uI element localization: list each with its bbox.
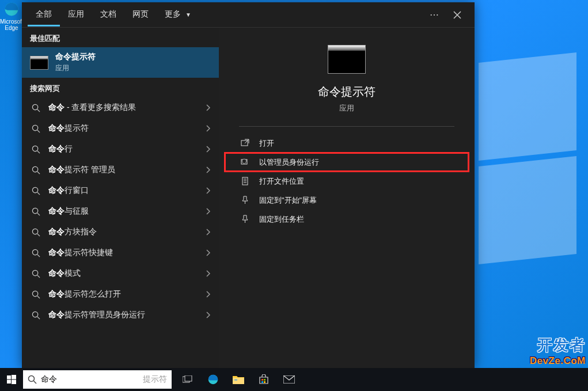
watermark-line1: 开发者 — [530, 335, 586, 355]
action-run-as-admin-label: 以管理员身份运行 — [259, 157, 319, 168]
search-completion-hint: 提示符 — [143, 374, 167, 385]
results-list: 命令 - 查看更多搜索结果命令提示符命令行命令提示符 管理员命令行窗口命令与征服… — [22, 97, 219, 325]
result-row[interactable]: 命令行 — [22, 139, 219, 160]
pin-start-icon — [238, 196, 251, 204]
more-options-icon[interactable]: ⋯ — [423, 3, 446, 26]
svg-rect-23 — [233, 378, 244, 384]
search-icon — [30, 207, 41, 216]
action-pin-start[interactable]: 固定到"开始"屏幕 — [225, 191, 469, 210]
tab-docs[interactable]: 文档 — [92, 3, 124, 26]
svg-rect-27 — [261, 381, 263, 383]
result-row[interactable]: 命令行窗口 — [22, 180, 219, 201]
explorer-taskbar-icon[interactable] — [226, 368, 251, 391]
svg-point-2 — [32, 125, 37, 130]
best-match-sub: 应用 — [55, 63, 96, 73]
result-row[interactable]: 命令提示符怎么打开 — [22, 284, 219, 305]
svg-rect-21 — [185, 375, 192, 381]
chevron-right-icon — [206, 146, 211, 153]
svg-rect-16 — [12, 375, 16, 379]
app-preview-icon — [328, 45, 366, 74]
shield-icon — [238, 158, 251, 166]
app-sub: 应用 — [339, 103, 354, 113]
result-row[interactable]: 命令提示符 — [22, 118, 219, 139]
results-column: 最佳匹配 命令提示符 应用 搜索网页 命令 - 查看更多搜索结果命令提示符命令行… — [22, 28, 219, 369]
chevron-right-icon — [206, 249, 211, 256]
watermark: 开发者 DevZe.CoM — [530, 335, 586, 367]
chevron-right-icon — [206, 312, 211, 318]
action-open-location-label: 打开文件位置 — [259, 176, 304, 187]
result-row[interactable]: 命令方块指令 — [22, 222, 219, 242]
svg-point-10 — [32, 291, 37, 296]
svg-rect-28 — [264, 381, 265, 383]
tab-web[interactable]: 网页 — [124, 3, 157, 26]
search-icon — [30, 249, 41, 257]
svg-rect-26 — [264, 379, 265, 381]
app-title: 命令提示符 — [318, 84, 375, 100]
action-open[interactable]: 打开 — [225, 134, 469, 153]
mail-taskbar-icon[interactable] — [276, 368, 302, 391]
taskbar: 提示符 — [0, 368, 588, 391]
result-label: 命令提示符快捷键 — [48, 248, 206, 258]
chevron-right-icon — [206, 208, 211, 215]
result-label: 命令提示符管理员身份运行 — [48, 310, 206, 320]
tab-more[interactable]: 更多 ▼ — [157, 3, 199, 26]
result-row[interactable]: 命令提示符管理员身份运行 — [22, 305, 219, 325]
folder-icon — [238, 177, 251, 185]
result-row[interactable]: 命令提示符 管理员 — [22, 160, 219, 180]
edge-taskbar-icon[interactable] — [200, 368, 226, 391]
tab-more-label: 更多 — [165, 9, 181, 18]
search-icon — [30, 187, 41, 195]
best-match-title: 命令提示符 — [55, 52, 96, 62]
chevron-right-icon — [206, 104, 211, 111]
result-label: 命令行 — [48, 144, 206, 154]
action-pin-start-label: 固定到"开始"屏幕 — [259, 195, 317, 206]
result-label: 命令方块指令 — [48, 227, 206, 237]
web-search-header: 搜索网页 — [22, 78, 219, 97]
svg-point-6 — [32, 208, 37, 213]
cmd-icon — [30, 56, 48, 70]
tab-apps[interactable]: 应用 — [60, 3, 92, 26]
svg-point-11 — [32, 312, 37, 317]
svg-point-5 — [32, 187, 37, 192]
close-icon[interactable] — [446, 3, 469, 26]
chevron-right-icon — [206, 291, 211, 298]
task-view-icon[interactable] — [175, 368, 200, 391]
desktop-icon-label: Microsoft Edge — [0, 18, 23, 31]
search-icon — [30, 228, 41, 237]
open-icon — [238, 139, 251, 147]
watermark-line2: DevZe.CoM — [530, 355, 586, 367]
svg-rect-18 — [12, 380, 16, 385]
svg-rect-17 — [7, 380, 11, 384]
tab-all[interactable]: 全部 — [28, 3, 60, 26]
result-label: 命令行窗口 — [48, 185, 206, 196]
action-run-as-admin[interactable]: 以管理员身份运行 — [225, 153, 469, 172]
svg-point-1 — [32, 104, 37, 109]
action-pin-taskbar-label: 固定到任务栏 — [259, 214, 304, 225]
result-label: 命令与征服 — [48, 206, 206, 217]
desktop-icon-edge[interactable]: Microsoft Edge — [0, 1, 23, 31]
result-row[interactable]: 命令与征服 — [22, 201, 219, 222]
store-taskbar-icon[interactable] — [251, 368, 276, 391]
chevron-down-icon: ▼ — [185, 12, 191, 18]
result-label: 命令提示符怎么打开 — [48, 289, 206, 299]
best-match-item[interactable]: 命令提示符 应用 — [22, 47, 219, 78]
result-row[interactable]: 命令提示符快捷键 — [22, 242, 219, 263]
action-open-location[interactable]: 打开文件位置 — [225, 172, 469, 191]
svg-point-7 — [32, 229, 37, 234]
svg-point-3 — [32, 146, 37, 151]
start-button[interactable] — [0, 368, 23, 391]
search-input[interactable] — [41, 375, 143, 384]
chevron-right-icon — [206, 125, 211, 132]
result-row[interactable]: 命令 - 查看更多搜索结果 — [22, 97, 219, 118]
search-panel: 全部 应用 文档 网页 更多 ▼ ⋯ 最佳匹配 命令提示符 应用 — [22, 2, 475, 369]
best-match-header: 最佳匹配 — [22, 28, 219, 47]
result-label: 命令提示符 — [48, 123, 206, 134]
svg-point-19 — [29, 376, 35, 382]
svg-point-4 — [32, 166, 37, 172]
result-row[interactable]: 命令模式 — [22, 263, 219, 284]
search-icon — [30, 145, 41, 154]
svg-point-9 — [32, 270, 37, 275]
action-open-label: 打开 — [259, 138, 274, 149]
taskbar-search[interactable]: 提示符 — [23, 370, 172, 389]
action-pin-taskbar[interactable]: 固定到任务栏 — [225, 210, 469, 229]
